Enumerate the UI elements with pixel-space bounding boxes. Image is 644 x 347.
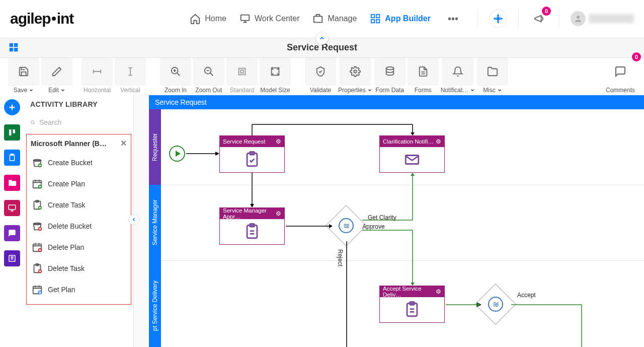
tool-forms[interactable]: Forms xyxy=(408,57,439,94)
gear-icon[interactable]: ⚙ xyxy=(276,210,281,217)
tool-edit[interactable]: Edit xyxy=(41,57,72,94)
grid-icon xyxy=(8,42,19,53)
node-clarification[interactable]: Clarification Notifi…⚙ xyxy=(379,135,445,173)
pinwheel-icon xyxy=(493,14,503,24)
shield-check-icon xyxy=(315,66,326,77)
activity-create-task[interactable]: Create Task xyxy=(27,194,131,216)
search-icon xyxy=(30,117,35,127)
forms-label: Forms xyxy=(415,87,432,94)
activity-create-bucket[interactable]: Create Bucket xyxy=(27,152,131,173)
search-input[interactable] xyxy=(39,118,127,126)
workspace: ACTIVITY LIBRARY Microsoft Planner (B… ✕… xyxy=(0,93,644,347)
apps-grid-button[interactable] xyxy=(8,42,19,55)
chevron-down-icon xyxy=(29,88,34,93)
search-box[interactable] xyxy=(24,113,133,132)
tool-comments[interactable]: 0 Comments xyxy=(605,57,636,94)
model-size-label: Model Size xyxy=(260,87,290,94)
misc-label: Misc xyxy=(483,87,496,94)
rail-text[interactable] xyxy=(4,250,20,266)
tool-zoom-in[interactable]: Zoom In xyxy=(160,57,191,94)
activity-item-label: Delete Bucket xyxy=(48,222,92,230)
start-event[interactable] xyxy=(169,146,185,162)
gateway-accept[interactable]: ≋ xyxy=(475,284,516,325)
tool-misc[interactable]: Misc xyxy=(477,57,508,94)
nav-home-label: Home xyxy=(205,14,226,23)
node-service-request[interactable]: Service Request⚙ xyxy=(219,135,285,173)
chat-icon xyxy=(8,229,17,238)
lane-separator xyxy=(161,185,644,185)
rail-folder[interactable] xyxy=(4,175,20,191)
activity-get-plan[interactable]: Get Plan xyxy=(27,279,131,300)
tool-save[interactable]: Save xyxy=(8,57,39,94)
form-icon xyxy=(244,223,261,240)
process-canvas[interactable]: Requester Service Manager pt Service Del… xyxy=(149,109,644,347)
tool-notifications[interactable]: Notificat… xyxy=(441,57,475,94)
group-header[interactable]: Microsoft Planner (B… ✕ xyxy=(27,134,131,152)
tool-horizontal[interactable]: Horizontal xyxy=(82,57,113,94)
tool-model-size[interactable]: Model Size xyxy=(260,57,291,94)
sparkle-button[interactable] xyxy=(489,10,507,28)
planner-icon xyxy=(8,128,17,137)
node-accept-delivery[interactable]: Accept Service Deliv…⚙ xyxy=(379,286,445,323)
activity-delete-bucket[interactable]: Delete Bucket xyxy=(27,216,131,237)
calendar-plus-icon xyxy=(32,178,43,189)
tool-properties[interactable]: Properties xyxy=(338,57,372,94)
add-button[interactable] xyxy=(4,99,20,115)
user-icon xyxy=(574,14,583,23)
gear-icon[interactable]: ⚙ xyxy=(436,138,441,145)
node-manager-approval[interactable]: Service Manager Appr…⚙ xyxy=(219,207,285,245)
save-label: Save xyxy=(14,87,27,94)
rail-chat[interactable] xyxy=(4,225,20,241)
horizontal-label: Horizontal xyxy=(84,87,111,94)
tool-form-data[interactable]: Form Data xyxy=(374,57,406,94)
tool-standard[interactable]: Standard xyxy=(226,57,258,94)
nav-more[interactable]: ••• xyxy=(444,13,462,25)
form-data-label: Form Data xyxy=(375,87,404,94)
activity-create-plan[interactable]: Create Plan xyxy=(27,173,131,194)
svg-point-24 xyxy=(31,121,34,124)
lane-service-manager[interactable]: Service Manager xyxy=(149,185,161,260)
collapse-top-button[interactable] xyxy=(315,32,329,45)
chevron-down-icon xyxy=(497,88,502,93)
tool-vertical[interactable]: Vertical xyxy=(115,57,146,94)
nav-manage[interactable]: Manage xyxy=(312,13,357,24)
secondary-header: Service Request xyxy=(0,38,644,58)
svg-marker-61 xyxy=(411,173,415,176)
svg-rect-3 xyxy=(376,15,379,18)
gear-icon[interactable]: ⚙ xyxy=(276,138,281,145)
database-icon xyxy=(384,66,395,77)
notifications-button[interactable]: 0 xyxy=(530,10,548,28)
rail-monitor[interactable] xyxy=(4,200,20,216)
form-check-icon xyxy=(244,151,261,168)
lane-service-delivery[interactable]: pt Service Delivery xyxy=(149,260,161,347)
nav-work-center[interactable]: Work Center xyxy=(239,13,300,24)
folder-icon xyxy=(8,178,17,187)
activity-item-label: Create Bucket xyxy=(48,159,93,167)
edge-reject: Reject xyxy=(337,249,344,266)
user-menu[interactable] xyxy=(571,11,634,26)
rail-planner[interactable] xyxy=(4,124,20,141)
notif-badge: 0 xyxy=(542,7,551,16)
rail-clipboard[interactable] xyxy=(4,150,20,166)
svg-rect-4 xyxy=(371,20,374,23)
canvas-wrap: Service Request Requester Service Manage… xyxy=(149,95,644,347)
chevron-down-icon xyxy=(367,88,372,93)
collapse-panel-button[interactable] xyxy=(128,214,139,225)
avatar xyxy=(571,11,586,26)
gateway-approval[interactable]: ≋ xyxy=(326,205,367,246)
zoom-out-label: Zoom Out xyxy=(195,87,222,94)
gear-icon[interactable]: ⚙ xyxy=(436,288,441,295)
zoom-out-icon xyxy=(203,66,214,77)
activity-delete-task[interactable]: Delete Task xyxy=(27,258,131,279)
activity-delete-plan[interactable]: Delete Plan xyxy=(27,237,131,258)
nav-home[interactable]: Home xyxy=(190,13,226,24)
divider xyxy=(518,9,519,29)
tool-validate[interactable]: Validate xyxy=(305,57,336,94)
lane-requester[interactable]: Requester xyxy=(149,109,161,185)
svg-marker-49 xyxy=(215,152,219,156)
svg-rect-14 xyxy=(240,70,244,73)
activity-item-label: Get Plan xyxy=(48,286,75,294)
close-icon[interactable]: ✕ xyxy=(120,138,127,148)
tool-zoom-out[interactable]: Zoom Out xyxy=(193,57,224,94)
nav-app-builder[interactable]: App Builder xyxy=(370,13,431,24)
